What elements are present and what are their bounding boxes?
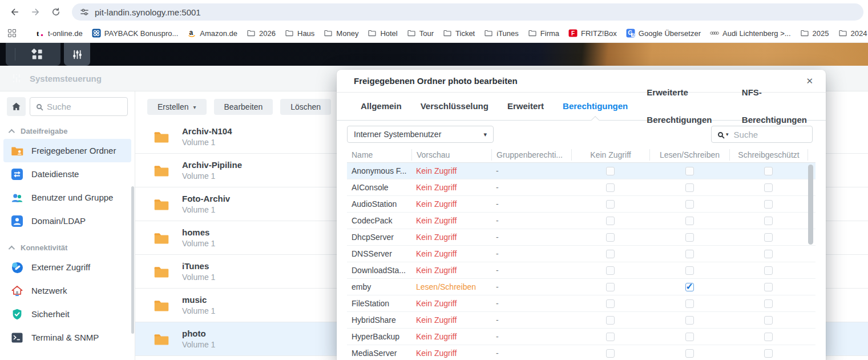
bookmark[interactable]: Audi Lichtenberg >...	[710, 29, 791, 38]
read-write-checkbox[interactable]	[685, 200, 694, 209]
permission-row[interactable]: CodecPack Kein Zugriff -	[347, 213, 815, 229]
dialog-search-input[interactable]: ▾ Suche	[711, 126, 813, 143]
read-write-checkbox[interactable]	[685, 299, 694, 308]
read-write-checkbox[interactable]	[685, 250, 694, 258]
sidebar-item[interactable]: Dateidienste	[3, 162, 131, 186]
sidebar-item[interactable]: Terminal & SNMP	[3, 326, 131, 349]
section-header-dateifreigabe[interactable]: Dateifreigabe	[9, 127, 135, 135]
bookmark[interactable]: Google Übersetzer	[626, 29, 701, 38]
read-only-checkbox[interactable]	[764, 167, 773, 175]
read-write-checkbox[interactable]	[685, 333, 694, 341]
bookmark[interactable]: 2025	[800, 29, 829, 38]
bookmark[interactable]: FRITZ!Box	[568, 29, 617, 38]
read-write-checkbox[interactable]	[685, 183, 694, 192]
no-access-checkbox[interactable]	[606, 200, 615, 209]
section-header-konnektivitaet[interactable]: Konnektivität	[9, 243, 135, 252]
url-bar[interactable]: pit-landin.synology.me:5001	[72, 3, 863, 21]
permission-row[interactable]: AudioStation Kein Zugriff -	[347, 196, 815, 213]
sidebar-item[interactable]: Netzwerk	[3, 279, 131, 302]
dialog-tab[interactable]: Erweitert	[507, 93, 544, 120]
sidebar-item[interactable]: Freigegebener Ordner	[3, 139, 131, 162]
permission-row[interactable]: DNSServer Kein Zugriff -	[347, 246, 815, 262]
column-header[interactable]: Kein Zugriff	[571, 149, 649, 161]
read-only-checkbox[interactable]	[764, 316, 773, 325]
no-access-checkbox[interactable]	[606, 266, 615, 275]
permission-row[interactable]: FileStation Kein Zugriff -	[347, 295, 815, 312]
bookmark[interactable]: Firma	[528, 29, 559, 38]
bookmark[interactable]: t-online.de	[35, 29, 83, 38]
no-access-checkbox[interactable]	[606, 167, 615, 175]
dialog-tab[interactable]: Allgemein	[361, 93, 402, 120]
read-write-checkbox[interactable]	[685, 349, 694, 358]
read-only-checkbox[interactable]	[764, 283, 773, 291]
back-button[interactable]	[7, 4, 23, 20]
reload-button[interactable]	[48, 4, 64, 20]
sidebar-scrollbar[interactable]	[131, 186, 134, 334]
bookmark[interactable]: Money	[324, 29, 358, 38]
dialog-tab[interactable]: Verschlüsselung	[421, 93, 488, 120]
read-write-checkbox[interactable]	[685, 316, 694, 325]
bookmark[interactable]: Amazon.de	[187, 29, 237, 38]
toolbar-button[interactable]: Bearbeiten	[214, 99, 273, 115]
toolbar-button[interactable]: Erstellen ▾	[147, 99, 207, 115]
no-access-checkbox[interactable]	[606, 333, 615, 341]
sidebar-item[interactable]: Benutzer und Gruppe	[3, 186, 131, 209]
sidebar-item[interactable]: Sicherheit	[3, 302, 131, 326]
no-access-checkbox[interactable]	[606, 283, 615, 291]
permission-row[interactable]: DownloadSta... Kein Zugriff -	[347, 262, 815, 279]
main-menu-button[interactable]	[6, 43, 60, 66]
bookmark[interactable]: 2026	[247, 29, 276, 38]
sidebar-search-input[interactable]: Suche	[30, 97, 128, 116]
no-access-checkbox[interactable]	[606, 183, 615, 192]
control-panel-taskbar-button[interactable]	[64, 43, 90, 66]
no-access-checkbox[interactable]	[606, 316, 615, 325]
read-only-checkbox[interactable]	[764, 217, 773, 225]
bookmark[interactable]: PAYBACK Bonuspro...	[92, 29, 179, 38]
read-only-checkbox[interactable]	[764, 266, 773, 275]
permission-row[interactable]: HyperBackup Kein Zugriff -	[347, 329, 815, 345]
bookmark[interactable]: Hotel	[368, 29, 397, 38]
read-only-checkbox[interactable]	[764, 349, 773, 358]
no-access-checkbox[interactable]	[606, 299, 615, 308]
permission-row[interactable]: MediaServer Kein Zugriff -	[347, 345, 815, 360]
bookmark[interactable]: Tour	[407, 29, 434, 38]
bookmark[interactable]: Ticket	[443, 29, 475, 38]
dialog-tab[interactable]: Berechtigungen	[563, 93, 628, 120]
permission-row[interactable]: emby Lesen/Schreiben -	[347, 279, 815, 295]
sidebar-item[interactable]: Externer Zugriff	[3, 255, 131, 279]
no-access-checkbox[interactable]	[606, 217, 615, 225]
permission-row[interactable]: HybridShare Kein Zugriff -	[347, 312, 815, 329]
read-write-checkbox[interactable]	[685, 167, 694, 175]
column-header[interactable]: Gruppenberechti...	[491, 149, 571, 161]
apps-grid-icon[interactable]	[8, 29, 16, 37]
read-only-checkbox[interactable]	[764, 183, 773, 192]
column-header[interactable]: Vorschau	[411, 149, 491, 161]
permission-row[interactable]: Anonymous F... Kein Zugriff -	[347, 163, 815, 179]
column-header[interactable]: Name	[347, 149, 411, 161]
column-header[interactable]: Lesen/Schreiben	[649, 149, 729, 161]
permission-row[interactable]: DhcpServer Kein Zugriff -	[347, 229, 815, 246]
read-only-checkbox[interactable]	[764, 333, 773, 341]
site-info-icon[interactable]	[80, 7, 89, 17]
read-only-checkbox[interactable]	[764, 200, 773, 209]
bookmark[interactable]: 2024	[838, 29, 867, 38]
user-type-select[interactable]: Interner Systembenutzer ▾	[347, 126, 494, 143]
read-write-checkbox[interactable]	[685, 266, 694, 275]
no-access-checkbox[interactable]	[606, 250, 615, 258]
read-write-checkbox[interactable]	[685, 283, 694, 291]
close-icon[interactable]: ✕	[806, 76, 813, 86]
read-only-checkbox[interactable]	[764, 250, 773, 258]
bookmark[interactable]: iTunes	[484, 29, 519, 38]
column-header[interactable]: Schreibgeschützt	[729, 149, 808, 161]
read-only-checkbox[interactable]	[764, 233, 773, 242]
read-write-checkbox[interactable]	[685, 217, 694, 225]
read-only-checkbox[interactable]	[764, 299, 773, 308]
no-access-checkbox[interactable]	[606, 233, 615, 242]
toolbar-button[interactable]: Löschen	[280, 99, 331, 115]
no-access-checkbox[interactable]	[606, 349, 615, 358]
read-write-checkbox[interactable]	[685, 233, 694, 242]
home-button[interactable]	[7, 97, 26, 116]
bookmark[interactable]: Haus	[285, 29, 314, 38]
sidebar-item[interactable]: Domain/LDAP	[3, 209, 131, 233]
forward-button[interactable]	[27, 4, 43, 20]
